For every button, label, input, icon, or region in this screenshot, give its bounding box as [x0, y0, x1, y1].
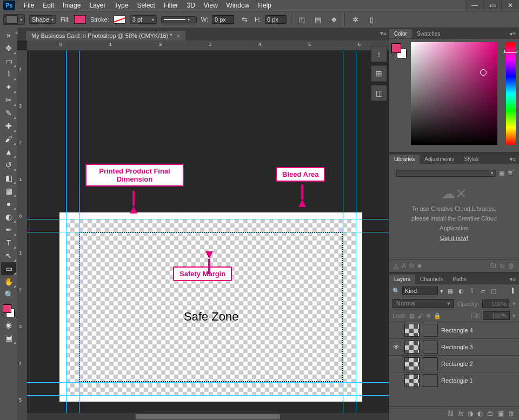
- gradient-tool[interactable]: ▦: [1, 184, 16, 197]
- guide[interactable]: [27, 382, 389, 383]
- layer-style-icon[interactable]: fx: [458, 410, 463, 417]
- delete-layer-icon[interactable]: 🗑: [508, 410, 515, 417]
- guide[interactable]: [343, 50, 343, 420]
- menu-3d[interactable]: 3D: [182, 1, 199, 10]
- filter-adjustment-icon[interactable]: ◐: [456, 286, 466, 296]
- panel-menu-icon[interactable]: ▾≡: [507, 31, 519, 37]
- properties-panel-icon[interactable]: ⊞: [371, 65, 387, 82]
- menu-help[interactable]: Help: [254, 1, 276, 10]
- guide[interactable]: [79, 50, 79, 420]
- layer-thumbnail[interactable]: [404, 374, 420, 387]
- group-layers-icon[interactable]: 🗀: [487, 410, 494, 417]
- stock-icon[interactable]: St: [490, 262, 496, 270]
- shape-settings-icon[interactable]: ✲: [349, 14, 361, 25]
- layer-row[interactable]: Rectangle 2: [389, 355, 519, 372]
- guide[interactable]: [27, 232, 389, 232]
- tab-libraries[interactable]: Libraries: [389, 155, 420, 164]
- link-dimensions-icon[interactable]: ⇆: [238, 14, 250, 25]
- layer-filter-input[interactable]: [402, 286, 438, 295]
- layer-name[interactable]: Rectangle 4: [441, 327, 473, 334]
- menu-window[interactable]: Window: [222, 1, 254, 10]
- blur-tool[interactable]: ●: [1, 197, 16, 210]
- path-selection-tool[interactable]: ↖: [1, 249, 16, 262]
- layer-mask-icon[interactable]: ◑: [468, 410, 473, 417]
- add-layer-style-icon[interactable]: fx: [409, 262, 414, 270]
- layer-thumbnail[interactable]: [404, 341, 420, 354]
- add-graphic-icon[interactable]: ◬: [394, 262, 398, 270]
- shape-mode-dropdown[interactable]: Shape▾: [29, 15, 56, 24]
- menu-edit[interactable]: Edit: [38, 1, 58, 10]
- stroke-style-dropdown[interactable]: ▾: [161, 16, 197, 23]
- filter-toggle[interactable]: ⏽: [510, 288, 516, 294]
- eyedropper-tool[interactable]: ✎: [1, 106, 16, 119]
- marquee-tool[interactable]: ▭: [1, 55, 16, 68]
- stroke-size-dropdown[interactable]: 3 pt▾: [130, 15, 157, 24]
- foreground-background-swatches[interactable]: [2, 303, 16, 318]
- layer-thumbnail[interactable]: [404, 324, 420, 337]
- filter-smart-icon[interactable]: ▢: [489, 286, 498, 296]
- layer-row[interactable]: 👁Rectangle 3: [389, 338, 519, 355]
- align-edges-icon[interactable]: ▯: [365, 14, 377, 25]
- hue-slider[interactable]: [506, 42, 516, 145]
- menu-type[interactable]: Type: [110, 1, 132, 10]
- lock-image-icon[interactable]: 🖌: [417, 312, 423, 319]
- pen-tool[interactable]: ✒: [1, 223, 16, 236]
- link-layers-icon[interactable]: ⛓: [448, 410, 454, 417]
- layer-mask-thumbnail[interactable]: [423, 341, 438, 354]
- screen-mode-icon[interactable]: ▣: [1, 331, 16, 344]
- panel-menu-icon[interactable]: ▾≡: [507, 276, 519, 282]
- close-button[interactable]: ✕: [501, 0, 519, 11]
- layer-row[interactable]: Rectangle 4: [389, 322, 519, 338]
- fill-swatch[interactable]: [74, 15, 86, 24]
- collapse-panels-icon[interactable]: «: [15, 29, 18, 36]
- visibility-toggle-icon[interactable]: 👁: [391, 343, 401, 351]
- lock-position-icon[interactable]: ✥: [426, 312, 431, 319]
- move-tool[interactable]: ✥: [1, 42, 16, 55]
- library-selector-dropdown[interactable]: ▾: [396, 170, 496, 177]
- panel-menu-icon[interactable]: ▾≡: [380, 30, 387, 37]
- menu-file[interactable]: File: [19, 1, 38, 10]
- filter-type-icon[interactable]: T: [467, 286, 477, 296]
- canvas[interactable]: Printed Product Final Dimension Bleed Ar…: [27, 50, 389, 420]
- tab-paths[interactable]: Paths: [448, 275, 471, 284]
- guide[interactable]: [66, 50, 66, 420]
- delete-icon[interactable]: 🗑: [508, 262, 515, 270]
- tab-styles[interactable]: Styles: [459, 155, 483, 164]
- lock-transparent-icon[interactable]: ▦: [409, 312, 415, 319]
- new-layer-icon[interactable]: ▣: [498, 410, 504, 417]
- menu-filter[interactable]: Filter: [159, 1, 183, 10]
- path-operations-icon[interactable]: ◫: [296, 14, 308, 25]
- dodge-tool[interactable]: ◐: [1, 210, 16, 223]
- lock-all-icon[interactable]: 🔒: [434, 312, 441, 319]
- path-alignment-icon[interactable]: ▤: [312, 14, 324, 25]
- menu-layer[interactable]: Layer: [85, 1, 110, 10]
- eraser-tool[interactable]: ◧: [1, 171, 16, 184]
- layer-mask-thumbnail[interactable]: [423, 324, 438, 337]
- type-tool[interactable]: T: [1, 236, 16, 249]
- layer-name[interactable]: Rectangle 2: [441, 361, 473, 367]
- stroke-swatch[interactable]: [114, 15, 125, 24]
- fill-opacity-input[interactable]: 100%: [483, 311, 510, 320]
- tool-preset-dropdown[interactable]: ▾: [3, 14, 25, 25]
- adjustment-layer-icon[interactable]: ◐: [477, 410, 483, 417]
- close-tab-icon[interactable]: ×: [177, 32, 180, 39]
- filter-pixel-icon[interactable]: ▦: [445, 286, 455, 296]
- filter-shape-icon[interactable]: ▱: [478, 286, 488, 296]
- grid-view-icon[interactable]: ▦: [499, 170, 504, 177]
- minimize-button[interactable]: —: [465, 0, 483, 11]
- layer-mask-thumbnail[interactable]: [423, 357, 438, 370]
- menu-view[interactable]: View: [199, 1, 222, 10]
- layer-name[interactable]: Rectangle 1: [441, 377, 473, 384]
- panel-menu-icon[interactable]: ▾≡: [507, 156, 519, 162]
- width-input[interactable]: 0 px: [212, 15, 234, 24]
- lasso-tool[interactable]: ⌇: [1, 68, 16, 81]
- crop-tool[interactable]: ✂: [1, 94, 16, 106]
- path-arrangement-icon[interactable]: ❖: [328, 14, 340, 25]
- horizontal-scrollbar[interactable]: [27, 413, 389, 420]
- clone-stamp-tool[interactable]: ▲: [1, 145, 16, 158]
- blend-mode-dropdown[interactable]: Normal▾: [392, 299, 454, 308]
- tab-adjustments[interactable]: Adjustments: [420, 155, 459, 164]
- expand-tools-icon[interactable]: »: [1, 29, 16, 42]
- guide[interactable]: [27, 219, 389, 219]
- menu-select[interactable]: Select: [132, 1, 159, 10]
